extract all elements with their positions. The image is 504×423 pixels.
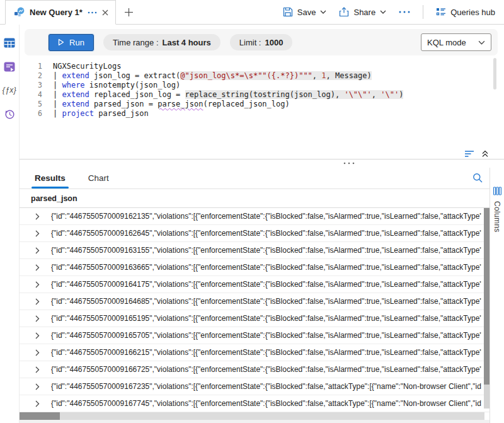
saved-queries-icon[interactable] (4, 62, 15, 72)
horizontal-scrollbar[interactable] (20, 412, 484, 420)
column-header-parsed-json[interactable]: parsed_json (20, 189, 490, 208)
row-text: {"id":"4467550570009167745","violations"… (51, 399, 481, 408)
expand-row-icon[interactable] (35, 315, 40, 322)
more-icon (399, 11, 410, 13)
chevron-down-icon (478, 40, 485, 45)
expand-row-icon[interactable] (35, 383, 40, 390)
time-range-picker[interactable]: Time range : Last 4 hours (103, 34, 220, 50)
tab-bar: New Query 1* Save Share (0, 0, 504, 25)
share-button[interactable]: Share (339, 7, 386, 17)
limit-picker[interactable]: Limit : 1000 (230, 34, 293, 50)
splitter-handle-icon[interactable] (343, 162, 355, 165)
share-icon (339, 7, 349, 17)
table-row[interactable]: {"id":"4467550570009166725","violations"… (20, 361, 504, 378)
connections-table-icon[interactable] (4, 38, 15, 48)
run-button[interactable]: Run (49, 34, 94, 51)
columns-icon (493, 187, 501, 195)
expand-row-icon[interactable] (35, 298, 40, 305)
functions-icon[interactable]: {ƒx} (3, 86, 17, 95)
table-row[interactable]: {"id":"4467550570009165195","violations"… (20, 310, 504, 327)
row-text: {"id":"4467550570009163665","violations"… (51, 263, 481, 272)
row-text: {"id":"4467550570009163155","violations"… (51, 246, 481, 255)
expand-row-icon[interactable] (35, 349, 40, 356)
history-icon[interactable] (4, 108, 15, 120)
time-range-value: Last 4 hours (163, 38, 211, 47)
table-row[interactable]: {"id":"4467550570009163665","violations"… (20, 259, 504, 276)
table-row[interactable]: {"id":"4467550570009163155","violations"… (20, 242, 504, 259)
left-rail: {ƒx} (0, 25, 20, 423)
limit-value: 1000 (265, 38, 283, 47)
results-rows: {"id":"4467550570009162135","violations"… (20, 208, 504, 412)
table-row[interactable]: {"id":"4467550570009167235","violations"… (20, 378, 504, 395)
more-actions-button[interactable] (399, 11, 410, 13)
editor-scrollbar[interactable] (493, 58, 496, 90)
queries-hub-label: Queries hub (450, 8, 495, 17)
table-row[interactable]: {"id":"4467550570009164685","violations"… (20, 293, 504, 310)
save-icon (283, 7, 293, 17)
table-row[interactable]: {"id":"4467550570009164175","violations"… (20, 276, 504, 293)
code-line[interactable]: 6| project parsed_json (25, 108, 498, 118)
columns-side-panel[interactable]: Columns (490, 168, 504, 423)
row-text: {"id":"4467550570009166725","violations"… (51, 365, 481, 374)
search-icon[interactable] (472, 173, 483, 183)
queries-hub-button[interactable]: Queries hub (436, 8, 495, 17)
chevron-down-icon (380, 10, 386, 14)
query-editor[interactable]: 1NGXSecurityLogs2| extend json_log = ext… (25, 55, 498, 159)
expand-row-icon[interactable] (35, 213, 40, 220)
code-lines: 1NGXSecurityLogs2| extend json_log = ext… (25, 61, 498, 118)
code-line[interactable]: 5| extend parsed_json = parse_json(repla… (25, 99, 498, 108)
tab-chart[interactable]: Chart (87, 173, 110, 188)
mode-dropdown[interactable]: KQL mode (421, 33, 491, 51)
tab-title: New Query 1* (30, 8, 83, 17)
table-row[interactable]: {"id":"4467550570009166215","violations"… (20, 344, 504, 361)
format-lines-icon[interactable] (465, 151, 474, 158)
expand-row-icon[interactable] (35, 281, 40, 288)
queries-hub-icon (436, 8, 446, 16)
expand-row-icon[interactable] (35, 230, 40, 237)
horizontal-scrollbar-thumb[interactable] (20, 412, 60, 420)
expand-row-icon[interactable] (35, 264, 40, 271)
app-icon (14, 7, 25, 18)
table-row[interactable]: {"id":"4467550570009162645","violations"… (20, 225, 504, 242)
tab-results[interactable]: Results (33, 173, 67, 188)
expand-row-icon[interactable] (35, 332, 40, 339)
row-text: {"id":"4467550570009165195","violations"… (51, 314, 481, 323)
limit-label: Limit : (239, 38, 261, 47)
table-row[interactable]: {"id":"4467550570009165705","violations"… (20, 327, 504, 344)
close-icon[interactable] (102, 9, 108, 16)
code-line[interactable]: 4| extend replaced_json_log = replace_st… (25, 90, 498, 99)
mode-value: KQL mode (427, 38, 466, 47)
divider (423, 5, 423, 19)
chevron-down-icon (320, 10, 326, 14)
bottom-strip (20, 420, 490, 423)
query-toolbar: Run Time range : Last 4 hours Limit : 10… (25, 29, 498, 55)
time-range-label: Time range : (113, 38, 159, 47)
code-line[interactable]: 1NGXSecurityLogs (25, 61, 498, 71)
results-tabs: Results Chart (20, 168, 504, 189)
new-tab-button[interactable] (116, 0, 142, 24)
share-label: Share (353, 8, 375, 17)
tab-new-query[interactable]: New Query 1* (5, 0, 116, 25)
panel-splitter[interactable] (20, 159, 504, 168)
tab-more-icon[interactable] (88, 11, 97, 14)
plus-icon (125, 8, 133, 16)
expand-row-icon[interactable] (35, 247, 40, 254)
row-text: {"id":"4467550570009166215","violations"… (51, 348, 481, 357)
topbar-actions: Save Share Queries hub (283, 0, 504, 24)
save-button[interactable]: Save (283, 7, 327, 17)
save-label: Save (297, 8, 316, 17)
collapse-editor-icon[interactable] (481, 150, 489, 158)
row-text: {"id":"4467550570009167235","violations"… (51, 382, 481, 391)
code-line[interactable]: 2| extend json_log = extract(@"json_log\… (25, 71, 498, 80)
row-text: {"id":"4467550570009164685","violations"… (51, 297, 481, 306)
row-text: {"id":"4467550570009162645","violations"… (51, 229, 481, 238)
expand-row-icon[interactable] (35, 400, 40, 407)
results-panel: Results Chart parsed_json {"id":"4467550… (20, 168, 504, 423)
editor-controls (465, 150, 489, 158)
row-text: {"id":"4467550570009164175","violations"… (51, 280, 481, 289)
table-row[interactable]: {"id":"4467550570009167745","violations"… (20, 395, 504, 412)
row-text: {"id":"4467550570009165705","violations"… (51, 331, 481, 340)
table-row[interactable]: {"id":"4467550570009162135","violations"… (20, 208, 504, 225)
expand-row-icon[interactable] (35, 366, 40, 373)
code-line[interactable]: 3| where isnotempty(json_log) (25, 80, 498, 90)
